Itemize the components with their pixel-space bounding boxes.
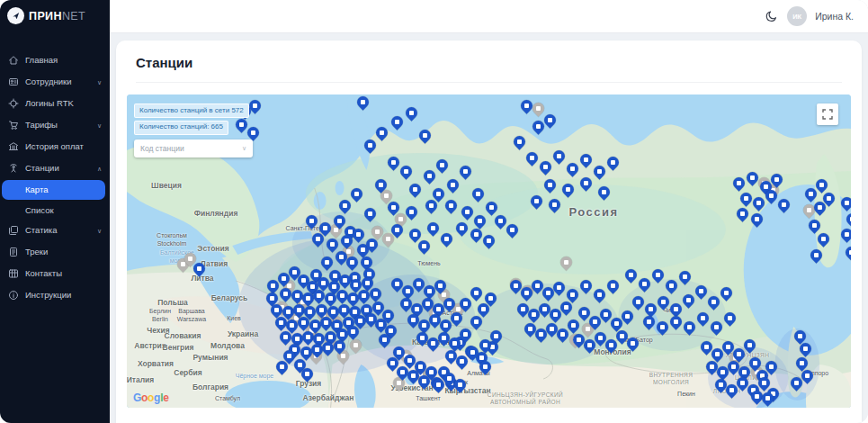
google-logo: Google [133,392,169,404]
sidebar-item-label: Треки [25,248,48,256]
content-area: Станции [110,33,868,423]
sidebar-item-label: История оплат [25,142,84,151]
cart-icon [8,120,19,130]
sidebar-item-label: Статика [25,226,58,235]
sidebar-item-statics[interactable]: Статика∨ [0,220,110,241]
home-icon [8,55,19,66]
grid-icon [8,268,19,279]
chevron-up-icon: ∧ [97,166,102,172]
sidebar-item-label: Тарифы [25,121,58,130]
dark-mode-toggle[interactable] [765,9,779,23]
sidebar-item-instructions[interactable]: Инструкции [0,284,110,306]
sidebar-item-tariffs[interactable]: Тарифы∨ [0,114,110,136]
sidebar-item-payment-history[interactable]: История оплат [0,136,110,158]
crosshair-icon [8,98,19,109]
layers-icon [8,225,19,236]
app-window: ПРИНNET ГлавнаяСотрудники∨Логины RTKТари… [0,0,868,423]
sidebar-item-label: Сотрудники [25,77,71,86]
sidebar-item-contacts[interactable]: Контакты [0,263,110,284]
station-code-select[interactable]: Код станции ∨ [134,140,253,158]
brand-text: ПРИНNET [29,10,85,22]
sidebar-subitem-list[interactable]: Список [0,201,110,220]
sidebar-item-label: Контакты [25,269,62,278]
topbar: ИК Ирина К. [110,0,868,33]
sidebar-item-label: Главная [25,56,58,65]
chevron-down-icon: ∨ [242,145,246,152]
sidebar: ПРИНNET ГлавнаяСотрудники∨Логины RTKТари… [0,0,110,423]
sidebar-item-label: Инструкции [25,291,71,300]
sidebar-nav: ГлавнаяСотрудники∨Логины RTKТарифы∨Истор… [0,50,110,306]
stations-card: Станции [116,40,862,423]
id-card-icon [8,76,19,87]
brand-arrow-icon [7,7,24,24]
chevron-down-icon: ∨ [97,122,102,129]
bank-icon [8,141,19,152]
page-title: Станции [136,55,842,83]
station-code-placeholder: Код станции [140,144,184,153]
sidebar-item-rtk-logins[interactable]: Логины RTK [0,93,110,114]
chevron-down-icon: ∨ [97,228,102,234]
avatar[interactable]: ИК [787,6,807,26]
sidebar-item-label: Логины RTK [25,99,74,108]
brand-logo[interactable]: ПРИНNET [0,0,110,30]
stations-total-stat: Количество станций: 665 [134,121,228,135]
stations-map[interactable]: ШвецияФинляндияСтокгольм StockholmБалтий… [127,94,851,408]
chevron-down-icon: ∨ [97,79,102,86]
sidebar-item-home[interactable]: Главная [0,50,110,71]
fullscreen-button[interactable] [817,104,838,125]
user-name: Ирина К. [815,11,854,22]
sidebar-item-label: Станции [25,164,59,173]
main-area: ИК Ирина К. Станции [110,0,868,423]
sidebar-item-tracks[interactable]: Треки [0,241,110,263]
document-icon [8,247,19,257]
sidebar-item-stations[interactable]: Станции∧ [0,158,110,179]
sidebar-subitem-map[interactable]: Карта [2,180,105,200]
antenna-icon [8,163,19,174]
map-overlay: Количество станций в сети 572 Количество… [134,104,253,158]
stations-in-network-stat: Количество станций в сети 572 [134,104,249,118]
sidebar-item-employees[interactable]: Сотрудники∨ [0,71,110,93]
info-icon [8,290,19,301]
